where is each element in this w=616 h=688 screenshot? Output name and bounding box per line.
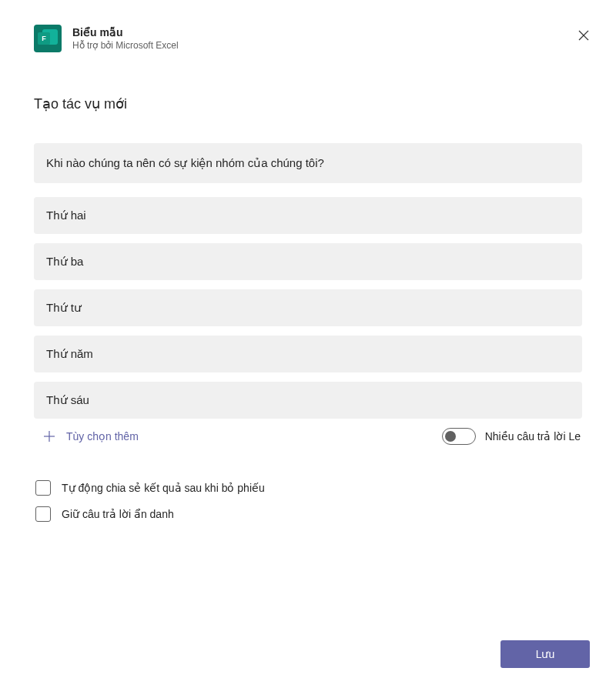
add-option-button[interactable]: Tùy chọn thêm (35, 429, 139, 444)
option-text: Thứ tư (46, 301, 82, 315)
checkbox-section: Tự động chia sẻ kết quả sau khi bỏ phiếu… (34, 480, 582, 522)
multiple-answers-toggle[interactable] (442, 428, 476, 445)
multiple-answers-toggle-wrapper: Nhiều câu trả lời Le (442, 428, 581, 445)
option-text: Thứ năm (46, 347, 93, 361)
section-title: Tạo tác vụ mới (34, 95, 582, 112)
dialog-footer: Lưu (500, 640, 590, 668)
checkbox-label: Giữ câu trả lời ẩn danh (62, 508, 174, 520)
save-button[interactable]: Lưu (500, 640, 590, 668)
toggle-label: Nhiều câu trả lời Le (485, 430, 581, 443)
dialog-content: Tạo tác vụ mới Khi nào chúng ta nên có s… (0, 58, 616, 522)
question-input[interactable]: Khi nào chúng ta nên có sự kiện nhóm của… (34, 143, 582, 183)
options-row: Tùy chọn thêm Nhiều câu trả lời Le (34, 428, 582, 445)
option-text: Thứ hai (46, 209, 86, 222)
add-option-label: Tùy chọn thêm (66, 430, 139, 443)
option-input-3[interactable]: Thứ tư (34, 289, 582, 326)
save-button-label: Lưu (536, 648, 555, 660)
option-input-5[interactable]: Thứ sáu (34, 382, 582, 419)
option-input-1[interactable]: Thứ hai (34, 197, 582, 234)
option-text: Thứ sáu (46, 393, 89, 407)
dialog-header: F Biểu mẫu Hỗ trợ bởi Microsoft Excel (0, 0, 616, 58)
option-text: Thứ ba (46, 255, 83, 269)
checkbox-label: Tự động chia sẻ kết quả sau khi bỏ phiếu (62, 482, 265, 494)
close-button[interactable] (574, 26, 593, 45)
auto-share-checkbox-row[interactable]: Tự động chia sẻ kết quả sau khi bỏ phiếu (35, 480, 582, 496)
anonymous-checkbox-row[interactable]: Giữ câu trả lời ẩn danh (35, 506, 582, 522)
forms-app-icon: F (34, 25, 62, 52)
app-info: Biểu mẫu Hỗ trợ bởi Microsoft Excel (72, 26, 179, 51)
close-icon (578, 29, 590, 42)
app-title: Biểu mẫu (72, 26, 179, 38)
checkbox-box (35, 480, 51, 496)
question-text: Khi nào chúng ta nên có sự kiện nhóm của… (46, 156, 324, 170)
plus-icon (42, 429, 57, 444)
toggle-knob (445, 431, 456, 442)
app-subtitle: Hỗ trợ bởi Microsoft Excel (72, 40, 179, 51)
option-input-4[interactable]: Thứ năm (34, 336, 582, 372)
option-input-2[interactable]: Thứ ba (34, 243, 582, 280)
checkbox-box (35, 506, 51, 522)
